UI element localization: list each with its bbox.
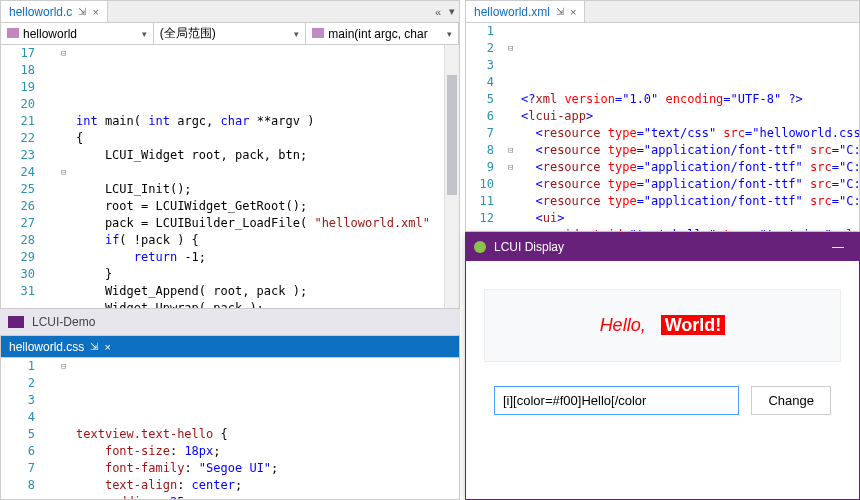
pin-icon[interactable]: ⇲ <box>78 6 86 17</box>
editor-pane-c: helloworld.c ⇲ × « ▾ helloworld▾ (全局范围)▾… <box>0 0 460 309</box>
chevron-left-icon[interactable]: « <box>431 6 445 18</box>
tab-helloworld-c[interactable]: helloworld.c ⇲ × <box>1 1 108 22</box>
code-area-c[interactable]: 17 18 19 20 21 22 23 24 25 26 27 28 29 3… <box>1 45 459 309</box>
combo-scope-value: (全局范围) <box>160 25 216 42</box>
app-icon <box>474 241 486 253</box>
solution-bar[interactable]: LCUI-Demo <box>0 309 460 335</box>
code-area-xml[interactable]: 1 2 3 4 5 6 7 8 9 10 11 12 ⊟⊟⊟ <?xml ver… <box>466 23 859 232</box>
scrollbar-vertical[interactable] <box>444 45 459 308</box>
app-body: Hello, World! Change <box>466 261 859 443</box>
chevron-down-icon: ▾ <box>447 29 452 39</box>
text-hello-widget: Hello, World! <box>484 289 841 362</box>
tab-label: helloworld.xml <box>474 5 550 19</box>
code-lines[interactable]: int main( int argc, char **argv ){ LCUI_… <box>76 113 459 309</box>
tab-helloworld-xml[interactable]: helloworld.xml ⇲ × <box>466 1 585 22</box>
editor-pane-xml: helloworld.xml ⇲ × 1 2 3 4 5 6 7 8 9 10 … <box>465 0 860 232</box>
combo-scope[interactable]: (全局范围)▾ <box>154 23 307 44</box>
line-gutter: 17 18 19 20 21 22 23 24 25 26 27 28 29 3… <box>1 45 53 300</box>
change-button[interactable]: Change <box>751 386 831 415</box>
pin-icon[interactable]: ⇲ <box>556 6 564 17</box>
edit-input[interactable] <box>494 386 739 415</box>
close-icon[interactable]: × <box>104 341 110 353</box>
tab-bar-c: helloworld.c ⇲ × « ▾ <box>1 1 459 23</box>
lcui-display-window: LCUI Display — Hello, World! Change <box>465 232 860 500</box>
tab-label: helloworld.css <box>9 340 84 354</box>
code-lines[interactable]: textview.text-hello { font-size: 18px; f… <box>76 426 459 500</box>
close-icon[interactable]: × <box>570 6 576 18</box>
chevron-down-icon: ▾ <box>294 29 299 39</box>
line-gutter: 1 2 3 4 5 6 7 8 <box>1 358 53 494</box>
combo-member-value: main(int argc, char <box>328 27 427 41</box>
world-text: World! <box>661 315 726 335</box>
line-gutter: 1 2 3 4 5 6 7 8 9 10 11 12 <box>466 23 506 227</box>
hello-text: Hello, <box>600 315 646 335</box>
tab-label: helloworld.c <box>9 5 72 19</box>
code-area-css[interactable]: 1 2 3 4 5 6 7 8 ⊟ textview.text-hello { … <box>1 358 459 500</box>
tab-bar-xml: helloworld.xml ⇲ × <box>466 1 859 23</box>
code-lines[interactable]: <?xml version="1.0" encoding="UTF-8" ?><… <box>521 91 859 232</box>
navbar-combos: helloworld▾ (全局范围)▾ main(int argc, char▾ <box>1 23 459 45</box>
minimize-button[interactable]: — <box>825 240 851 254</box>
project-icon <box>7 28 19 38</box>
vs-icon <box>8 316 24 328</box>
chevron-down-icon: ▾ <box>142 29 147 39</box>
combo-project-value: helloworld <box>23 27 77 41</box>
combo-member[interactable]: main(int argc, char▾ <box>306 23 459 44</box>
editor-pane-css: helloworld.css ⇲ × 1 2 3 4 5 6 7 8 ⊟ tex… <box>0 335 460 500</box>
method-icon <box>312 28 324 38</box>
close-icon[interactable]: × <box>92 6 98 18</box>
app-titlebar[interactable]: LCUI Display — <box>466 233 859 261</box>
pin-icon[interactable]: ⇲ <box>90 341 98 352</box>
chevron-down-icon[interactable]: ▾ <box>445 5 459 18</box>
tab-helloworld-css[interactable]: helloworld.css ⇲ × <box>1 336 119 357</box>
tab-bar-css: helloworld.css ⇲ × <box>1 336 459 358</box>
solution-label: LCUI-Demo <box>32 315 95 329</box>
app-title-text: LCUI Display <box>494 240 564 254</box>
combo-project[interactable]: helloworld▾ <box>1 23 154 44</box>
edit-row: Change <box>484 386 841 415</box>
scroll-thumb[interactable] <box>447 75 457 195</box>
